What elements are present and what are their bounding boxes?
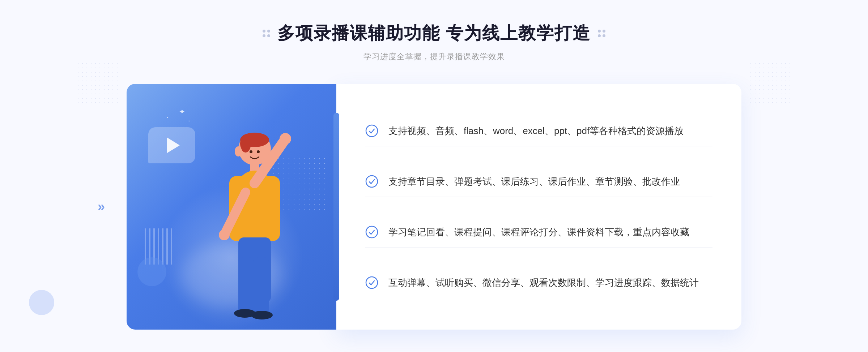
svg-rect-11: [238, 257, 254, 315]
svg-point-15: [235, 146, 242, 156]
check-icon-4: [365, 276, 378, 289]
person-svg: [182, 120, 305, 330]
feature-text-3: 学习笔记回看、课程提问、课程评论打分、课件资料下载，重点内容收藏: [388, 224, 689, 240]
svg-point-7: [280, 133, 291, 145]
sparkle-decoration-2: ✦: [179, 107, 185, 116]
svg-point-2: [240, 134, 251, 153]
check-icon-3: [365, 226, 378, 239]
page-container: 多项录播课辅助功能 专为线上教学打造 学习进度全掌握，提升录播课教学效果 » ·: [0, 0, 868, 352]
bottom-circle-decoration: [29, 290, 54, 315]
dot-pattern-right: [749, 61, 792, 105]
dot: [603, 34, 605, 37]
feature-text-4: 互动弹幕、试听购买、微信分享、观看次数限制、学习进度跟踪、数据统计: [388, 275, 699, 291]
dot: [267, 30, 270, 33]
svg-point-17: [257, 150, 260, 153]
svg-point-18: [366, 125, 378, 137]
figure-illustration: [182, 120, 305, 330]
features-panel: 支持视频、音频、flash、word、excel、ppt、pdf等各种格式的资源…: [336, 84, 741, 330]
check-icon-2: [365, 175, 378, 188]
svg-point-14: [251, 311, 273, 319]
svg-point-19: [366, 176, 378, 187]
svg-point-21: [366, 277, 378, 288]
left-arrow-icon: »: [98, 199, 105, 214]
header-section: 多项录播课辅助功能 专为线上教学打造 学习进度全掌握，提升录播课教学效果: [263, 22, 605, 62]
feature-item-1: 支持视频、音频、flash、word、excel、ppt、pdf等各种格式的资源…: [365, 116, 712, 146]
blue-circle-decoration: [137, 257, 166, 286]
dot: [263, 34, 265, 37]
header-dots-left: [263, 30, 270, 37]
page-title: 多项录播课辅助功能 专为线上教学打造: [277, 22, 590, 45]
illustration-card: · ✦ ·: [127, 84, 336, 330]
header-dots-right: [598, 30, 605, 37]
svg-point-16: [250, 150, 252, 153]
svg-point-20: [366, 226, 378, 238]
dot: [603, 30, 605, 33]
dot: [267, 34, 270, 37]
title-row: 多项录播课辅助功能 专为线上教学打造: [263, 22, 605, 45]
svg-point-9: [219, 229, 230, 240]
play-icon: [167, 137, 180, 153]
side-bar-decoration: [333, 113, 339, 301]
check-icon-1: [365, 124, 378, 137]
dot: [598, 30, 601, 33]
dot: [598, 34, 601, 37]
feature-item-4: 互动弹幕、试听购买、微信分享、观看次数限制、学习进度跟踪、数据统计: [365, 267, 712, 298]
feature-item-3: 学习笔记回看、课程提问、课程评论打分、课件资料下载，重点内容收藏: [365, 217, 712, 248]
sparkle-decoration-1: ·: [166, 113, 169, 121]
main-content: » · ✦ ·: [127, 84, 741, 330]
page-subtitle: 学习进度全掌握，提升录播课教学效果: [363, 51, 505, 62]
svg-rect-12: [254, 257, 269, 315]
feature-text-1: 支持视频、音频、flash、word、excel、ppt、pdf等各种格式的资源…: [388, 123, 684, 139]
dot-pattern-left: [76, 61, 119, 105]
feature-text-2: 支持章节目录、弹题考试、课后练习、课后作业、章节测验、批改作业: [388, 173, 680, 189]
dot: [263, 30, 265, 33]
feature-item-2: 支持章节目录、弹题考试、课后练习、课后作业、章节测验、批改作业: [365, 166, 712, 197]
